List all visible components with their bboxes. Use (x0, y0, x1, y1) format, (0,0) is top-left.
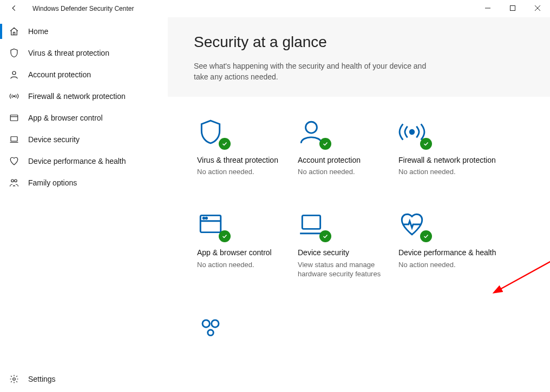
svg-point-14 (202, 320, 209, 327)
sidebar-item-home[interactable]: Home (0, 21, 168, 42)
sidebar-item-settings[interactable]: Settings (0, 366, 168, 392)
sidebar-item-virus[interactable]: Virus & threat protection (0, 42, 168, 64)
tile-firewall[interactable]: Firewall & network protection No action … (398, 118, 499, 177)
sidebar-item-performance[interactable]: Device performance & health (0, 150, 168, 172)
close-button[interactable] (525, 0, 550, 17)
family-icon (9, 177, 19, 188)
sidebar-item-label: Device performance & health (19, 157, 126, 165)
svg-point-7 (13, 378, 16, 381)
svg-rect-4 (11, 137, 17, 141)
settings-label: Settings (19, 375, 56, 383)
antenna-icon (9, 91, 19, 102)
tile-status: No action needed. (398, 260, 490, 270)
sidebar-item-label: Virus & threat protection (19, 49, 109, 57)
svg-point-11 (203, 218, 205, 220)
tile-title: Device performance & health (398, 248, 499, 257)
tile-title: Firewall & network protection (398, 155, 499, 165)
main-panel: Security at a glance See what's happenin… (168, 17, 550, 392)
svg-point-8 (306, 122, 317, 133)
status-ok-icon (420, 138, 432, 150)
svg-point-6 (15, 180, 17, 182)
sidebar-item-app-browser[interactable]: App & browser control (0, 107, 168, 129)
svg-point-1 (12, 71, 16, 75)
laptop-icon (9, 134, 19, 145)
svg-rect-3 (10, 115, 18, 121)
sidebar: Home Virus & threat protection Account p… (0, 17, 168, 392)
page-title: Security at a glance (194, 34, 531, 51)
page-subtitle: See what's happening with the security a… (194, 61, 427, 83)
tile-app-browser[interactable]: App & browser control No action needed. (197, 211, 298, 278)
tile-family-partial[interactable] (197, 317, 225, 338)
svg-point-16 (208, 330, 213, 335)
tile-status: No action needed. (197, 260, 289, 270)
tile-title: App & browser control (197, 248, 298, 257)
svg-point-15 (212, 320, 219, 327)
svg-rect-13 (302, 216, 320, 229)
sidebar-item-label: Family options (19, 178, 77, 187)
heart-icon (9, 156, 19, 167)
status-ok-icon (219, 138, 231, 150)
tile-performance-health[interactable]: Device performance & health No action ne… (398, 211, 499, 278)
tile-title: Virus & threat protection (197, 155, 298, 165)
sidebar-item-device-security[interactable]: Device security (0, 129, 168, 150)
sidebar-item-family[interactable]: Family options (0, 172, 168, 194)
status-ok-icon (219, 230, 231, 242)
gear-icon (9, 374, 19, 384)
hero-banner: Security at a glance See what's happenin… (168, 17, 550, 97)
svg-point-12 (206, 218, 207, 220)
maximize-button[interactable] (500, 0, 525, 17)
window-title: Windows Defender Security Center (23, 5, 134, 12)
sidebar-item-account[interactable]: Account protection (0, 64, 168, 85)
tile-status: No action needed. (298, 167, 390, 177)
status-ok-icon (319, 230, 331, 242)
browser-icon (9, 112, 19, 123)
tile-virus-protection[interactable]: Virus & threat protection No action need… (197, 118, 298, 177)
svg-point-2 (14, 96, 15, 97)
tile-status: No action needed. (197, 167, 289, 177)
tile-title: Device security (298, 248, 398, 257)
tile-status: View status and manage hardware security… (298, 260, 390, 279)
person-icon (9, 69, 19, 80)
sidebar-item-firewall[interactable]: Firewall & network protection (0, 85, 168, 107)
family-icon (197, 317, 224, 338)
sidebar-item-label: Firewall & network protection (19, 92, 126, 101)
status-ok-icon (420, 230, 432, 242)
titlebar: Windows Defender Security Center (0, 0, 550, 17)
shield-icon (9, 48, 19, 58)
status-ok-icon (319, 138, 331, 150)
sidebar-item-label: App & browser control (19, 114, 103, 122)
home-icon (9, 26, 19, 37)
svg-point-5 (11, 180, 14, 182)
sidebar-item-label: Device security (19, 135, 80, 144)
sidebar-item-label: Account protection (19, 70, 91, 79)
sidebar-item-label: Home (19, 27, 48, 36)
back-button[interactable] (5, 4, 23, 14)
tile-status: No action needed. (398, 167, 490, 177)
tile-account-protection[interactable]: Account protection No action needed. (298, 118, 398, 177)
tile-device-security[interactable]: Device security View status and manage h… (298, 211, 398, 278)
svg-rect-0 (510, 6, 515, 11)
minimize-button[interactable] (475, 0, 500, 17)
tile-title: Account protection (298, 155, 398, 165)
svg-point-9 (410, 130, 414, 134)
